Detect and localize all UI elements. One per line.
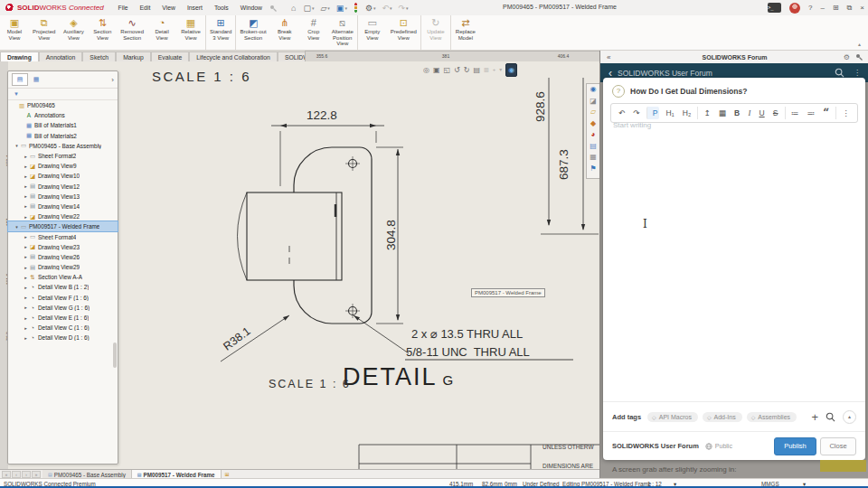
menu-item[interactable]: Tools [214,5,229,11]
filter-icon[interactable]: ▼ [14,91,19,97]
window-control-button[interactable]: × [860,4,864,12]
gear-icon[interactable]: ⚙ [844,53,850,61]
ribbon-tab[interactable]: Drawing [0,52,39,61]
expander-icon[interactable]: ▸ [23,183,29,189]
quick-access-icon[interactable]: ⚙ ▾ [365,4,376,13]
tree-scrollbar[interactable] [113,343,117,368]
editor-placeholder[interactable]: Start writing [613,121,651,129]
expander-icon[interactable]: ▸ [23,193,29,199]
dropdown-caret[interactable]: ▾ [390,5,392,11]
expander-icon[interactable]: ▸ [23,315,29,321]
command-button[interactable]: ⇅ Section View [88,15,117,50]
expander-icon[interactable]: ▸ [23,295,29,300]
window-control-button[interactable]: ⧉ [847,4,853,13]
dimension-height-detail[interactable]: 304.8 [384,208,397,262]
format-tool-icon[interactable]: S [771,107,780,119]
tree-item[interactable]: ▸ ▭ Sheet Format2 [8,151,118,161]
format-tool-icon[interactable]: H₂ [681,107,693,119]
quick-access-icon[interactable]: ⌂ [291,4,297,13]
command-button[interactable]: ⊡ Predefined View [387,15,420,50]
task-pane-icon[interactable]: ▱ [590,107,596,118]
expander-icon[interactable]: ▸ [23,305,29,310]
quick-access-icon[interactable]: ▣ ▾ [336,4,347,13]
window-control-button[interactable]: – [820,4,824,12]
sheet-nav-arrow[interactable]: « [2,471,11,478]
featuremanager-tab-icon[interactable]: ▤ [12,73,28,86]
quick-access-icon[interactable]: ↷ ▾ [399,4,409,13]
menu-item[interactable]: Edit [140,5,151,11]
tag-chip[interactable]: ◇Add-Ins [703,412,742,422]
dimension-width[interactable]: 122.8 [307,108,337,122]
tag-chip[interactable]: ◇Assemblies [747,412,797,422]
window-control-button[interactable]: ? [808,4,812,12]
format-tool-icon[interactable]: ≕ [805,107,816,119]
command-button[interactable]: ⧅ Alternate Position View [328,15,357,50]
expander-icon[interactable]: ▸ [23,285,29,290]
expander-icon[interactable]: ▸ [23,214,29,220]
tag-chip[interactable]: ◇API Macros [647,412,698,422]
format-tool-icon[interactable]: ▦ [717,107,728,119]
task-pane-icon[interactable]: ▦ [590,152,597,164]
expander-icon[interactable]: ▸ [23,154,29,159]
command-button[interactable]: ⧉ Projected View [29,15,59,50]
dropdown-caret[interactable]: ▾ [406,5,409,11]
expand-panel-icon[interactable]: › [111,76,114,84]
tree-item[interactable]: ▸ ◔ Detail View E (1 : 6) [8,313,118,323]
sheet-nav-arrow[interactable]: › [22,471,31,478]
window-control-button[interactable]: >_ [768,3,781,13]
tree-item[interactable]: ▾ ▭ PM009517 - Welded Frame [8,221,118,231]
search-tags-icon[interactable] [826,412,835,422]
view-tool-icon[interactable]: ▥ [484,64,489,76]
publish-button[interactable]: Publish [774,437,816,455]
expander-icon[interactable]: ▾ [14,143,20,148]
tree-item[interactable]: ▸ ◪ Drawing View10 [8,171,118,181]
task-pane-icon[interactable]: ◪ [590,96,597,108]
command-button[interactable]: ◩ Broken-out Section [235,15,269,50]
tree-item[interactable]: ▸ ▤ Drawing View14 [8,202,118,211]
menu-item[interactable]: View [162,5,175,11]
view-tool-icon[interactable]: + [493,64,496,76]
tree-item[interactable]: ▸ ◔ Detail View D (1 : 6) [8,333,118,343]
task-pane-icon[interactable]: ▤ [590,141,597,153]
view-tool-icon[interactable]: ◎ [423,64,429,76]
tree-item[interactable]: ▸ ◔ Detail View F (1 : 6) [8,293,118,303]
dropdown-caret[interactable]: ▾ [373,5,376,11]
expander-icon[interactable]: ▸ [23,234,29,239]
expander-icon[interactable]: ▸ [23,325,29,331]
displaymanager-tab-icon[interactable]: ▦ [28,73,44,86]
tree-item[interactable]: ▾ ▭ PM009465 - Base Assembly [8,141,118,151]
dimension-height-inner[interactable]: 687.3 [557,137,570,192]
tree-item[interactable]: ▸ ◔ Detail View G (1 : 6) [8,303,118,313]
pin-icon[interactable] [855,53,863,61]
tree-item[interactable]: ▸ ▭ Sheet Format4 [8,231,118,241]
format-tool-icon[interactable]: ⋮ [835,107,852,119]
tree-item[interactable]: ▦ Bill of Materials2 [8,131,118,141]
tree-item[interactable]: ▸ ⇅ Section View A-A [8,272,118,282]
ribbon-tab[interactable]: Sketch [82,52,116,61]
collapse-ribbon-icon[interactable]: ▴ [858,41,861,47]
command-button[interactable]: ▦ Relative View [176,15,205,50]
command-button[interactable]: ⇄ Replace Model [450,15,480,50]
command-button[interactable]: ⊞ Standard 3 View [205,15,235,50]
ribbon-tab[interactable]: Lifecycle and Collaboration [189,52,278,61]
quick-access-icon[interactable]: ▢ ▾ [303,4,314,13]
menu-item[interactable]: Window [241,5,262,11]
menu-item[interactable]: Insert [187,5,203,11]
quick-access-icon[interactable] [354,3,359,13]
view-tool-icon[interactable]: ◱ [444,64,451,76]
command-button[interactable]: ⋔ Break View [270,15,299,50]
format-tool-icon[interactable]: ↥ [697,107,712,119]
kebab-menu-icon[interactable]: ⋮ [854,69,861,77]
expander-icon[interactable]: ▸ [23,164,29,169]
quick-access-icon[interactable]: ↶ ▾ [382,4,392,13]
format-tool-icon[interactable]: H₁ [665,107,676,119]
tree-item[interactable]: ▦ Bill of Materials1 [8,120,118,130]
format-tool-icon[interactable]: ↷ [631,107,641,119]
tree-item[interactable]: ▸ ▤ Drawing View13 [8,192,118,202]
quick-access-icon[interactable]: ▱ ▾ [320,4,329,13]
tree-item[interactable]: ▸ ◪ Drawing View9 [8,161,118,171]
format-tool-icon[interactable]: “ [821,108,831,117]
ribbon-tab[interactable]: Evaluate [151,52,189,61]
task-pane-icon[interactable]: ◕ [591,129,596,141]
format-tool-icon[interactable]: B [732,107,741,119]
